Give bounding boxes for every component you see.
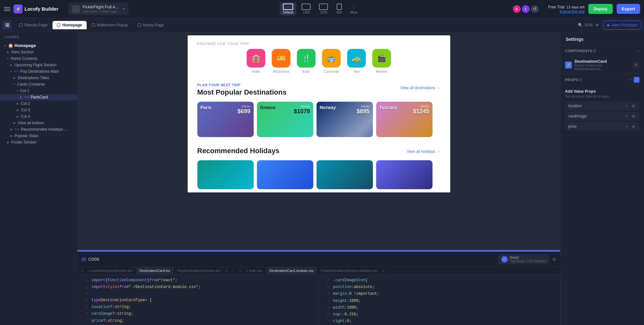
prop-price-name: price [568, 124, 621, 129]
view-all-holidays-link[interactable]: View all holidays → [407, 149, 441, 154]
view-prototype-button[interactable]: ▶ View Prototype [603, 21, 642, 30]
prop-card-image: cardImage ✎ 🗑 [565, 112, 639, 121]
holiday-card-2[interactable] [257, 160, 313, 189]
code-tab-css-left-chevron[interactable]: < [238, 269, 242, 273]
code-tab-destination-card-css[interactable]: DestinationCard.module.css [266, 267, 317, 274]
device-default[interactable]: Default [280, 2, 296, 15]
layer-paris-card[interactable]: ▶ ↻↻ ParisCard [0, 94, 77, 100]
taxi-label: Taxi [353, 70, 360, 73]
grid-view-button[interactable]: ⊞ [3, 21, 12, 30]
layer-pop-destinations-label: Pop Destinations Main [20, 69, 59, 74]
prop-card-image-edit-icon[interactable]: ✎ [623, 113, 629, 119]
destination-card-greece[interactable]: Greece FROM $1079 [257, 102, 313, 137]
holiday-card-4[interactable] [376, 160, 432, 189]
layer-upcoming-flight[interactable]: ▶ Upcoming Flight Section [0, 62, 77, 68]
layer-col-3[interactable]: ▶ Col 3 [0, 107, 77, 113]
zoom-out-button[interactable]: 🔍 [577, 22, 583, 28]
canvas-inner[interactable]: PREPARE FOR YOUR TRIP 🏨 Hotel 🎫 Attracti… [77, 32, 560, 251]
destination-card-tuscany[interactable]: Tuscany FROM $1245 [376, 102, 432, 137]
code-line: 2 position: absolute; [319, 284, 560, 291]
zoom-in-button[interactable]: ⊕ [594, 22, 601, 28]
props-toggle-icon[interactable]: − [630, 78, 632, 82]
service-movies[interactable]: 🎬 Movies [372, 49, 391, 73]
layer-homepage[interactable]: ▾ 🏠 Homepage [0, 42, 77, 49]
layer-pop-destinations-main[interactable]: ▾ ↻↻ Pop Destinations Main [0, 68, 77, 75]
project-sync: Last sync: 4 days ago [82, 9, 119, 13]
service-attractions[interactable]: 🎫 Attractions [272, 49, 291, 73]
code-tab-recent-searches[interactable]: < acentSearchesSection.tsx [85, 267, 136, 274]
code-tab-pop-destinations[interactable]: PopDestinationsSection.tsx [174, 267, 224, 274]
paris-price: $699 [237, 108, 250, 115]
code-tab-pop-destinations-css[interactable]: PopDestinationsSection.module.css [318, 267, 380, 274]
add-prop-button[interactable]: + [634, 77, 639, 83]
components-toggle-icon[interactable]: − [637, 49, 639, 53]
layer-col-2[interactable]: ▶ Col 2 [0, 100, 77, 107]
service-taxi[interactable]: 🚕 Taxi [347, 49, 366, 73]
layer-popular-stays[interactable]: ▶ Popular Stays [0, 133, 77, 139]
greece-from: FROM [294, 105, 310, 108]
code-tab-right-chevron[interactable]: > [224, 269, 229, 273]
react-icon: R [501, 256, 508, 263]
service-eats[interactable]: 🍴 Eats [297, 49, 316, 73]
layer-recommended-holidays[interactable]: ▶ ↻↻ Recommended Holidays ... [0, 126, 77, 133]
code-line: 6 top: -0.21%; [319, 311, 560, 318]
code-panel-header: </> CODE R React TypeScript, CSS Modules… [77, 252, 560, 267]
destination-card-norway[interactable]: Norway FROM $895 [316, 102, 373, 137]
code-tab-dule-css[interactable]: < dule.css [243, 267, 265, 274]
code-line: 5 location?: string; [77, 304, 319, 311]
tab-homepage[interactable]: Homepage [53, 21, 86, 29]
component-edit-button[interactable]: ✎ [633, 61, 639, 69]
components-label: COMPONENTS [565, 49, 592, 53]
destination-card-paris[interactable]: Paris FROM $699 [197, 102, 254, 137]
prop-card-image-actions: ✎ 🗑 [623, 113, 636, 119]
prop-card-image-name: cardImage [568, 114, 621, 118]
service-commute[interactable]: 🚌 Commute [322, 49, 341, 73]
view-all-destinations-link[interactable]: View all destinations → [400, 86, 440, 90]
code-settings-icon[interactable]: ⚙ [552, 257, 556, 262]
device-1200[interactable]: 1200 [298, 2, 314, 15]
prop-price-delete-icon[interactable]: 🗑 [630, 124, 636, 129]
layer-cards-container[interactable]: ▾ Cards Container [0, 81, 77, 88]
holiday-card-3[interactable] [316, 160, 373, 189]
project-chevron-icon[interactable]: ▾ [123, 7, 125, 11]
settings-header: Settings [561, 32, 644, 45]
code-line: 4 height: 100%; [319, 298, 560, 304]
code-tab-left-chevron[interactable]: < [80, 269, 84, 273]
layer-home-contents[interactable]: ▾ Home Contents [0, 55, 77, 62]
tab-results-page[interactable]: Results Page [15, 21, 52, 29]
device-650[interactable]: 650 [333, 2, 345, 15]
prop-location-delete-icon[interactable]: 🗑 [630, 103, 636, 109]
export-button[interactable]: Export [617, 4, 640, 14]
prop-location-edit-icon[interactable]: ✎ [623, 103, 629, 109]
code-tab-destination-card[interactable]: DestinationCard.tsx [136, 267, 174, 274]
extend-link[interactable]: Extend free trial [548, 9, 585, 13]
code-tab-css-right-chevron[interactable]: > [381, 269, 386, 273]
code-line: 3 [77, 291, 319, 297]
layer-footer-section[interactable]: ▶ Footer Section [0, 139, 77, 145]
holiday-card-1[interactable] [197, 160, 254, 189]
code-icon: </> [81, 257, 86, 262]
tab-hotels-page[interactable]: Hotels Page [133, 21, 168, 29]
prop-card-image-delete-icon[interactable]: 🗑 [630, 113, 636, 119]
layer-col-1[interactable]: ▾ Col 1 [0, 88, 77, 94]
layer-col-4[interactable]: ▶ Col 4 [0, 113, 77, 120]
prop-price-edit-icon[interactable]: ✎ [623, 124, 629, 129]
component-parent: Parent Component: PopDestinationsS... [574, 64, 630, 71]
tab-matterhorn-popup[interactable]: Matterhorn Popup [87, 21, 132, 29]
laptop-icon [283, 4, 293, 10]
home-contents-chevron-icon: ▾ [7, 57, 9, 60]
movies-icon: 🎬 [372, 49, 391, 68]
canvas-selection-indicator [77, 250, 560, 251]
layer-hero-section[interactable]: ▶ Hero Section [0, 49, 77, 55]
hamburger-icon[interactable] [4, 7, 10, 11]
deploy-button[interactable]: Deploy [588, 4, 612, 14]
service-hotel[interactable]: 🏨 Hotel [247, 49, 265, 73]
device-more[interactable]: ⋮ More [347, 2, 361, 15]
prop-price-actions: ✎ 🗑 [623, 124, 636, 129]
code-tabs-left-row: < < acentSearchesSection.tsx Destination… [77, 267, 560, 274]
project-info[interactable]: FickleFlight Full A... Last sync: 4 days… [68, 3, 129, 15]
layer-paris-card-label: ParisCard [31, 95, 48, 99]
layer-destinations-titles[interactable]: ▶ Destinations Titles [0, 75, 77, 81]
layer-view-all-bottom[interactable]: ▶ View all bottom [0, 120, 77, 126]
device-1100[interactable]: 1100 [316, 2, 331, 15]
